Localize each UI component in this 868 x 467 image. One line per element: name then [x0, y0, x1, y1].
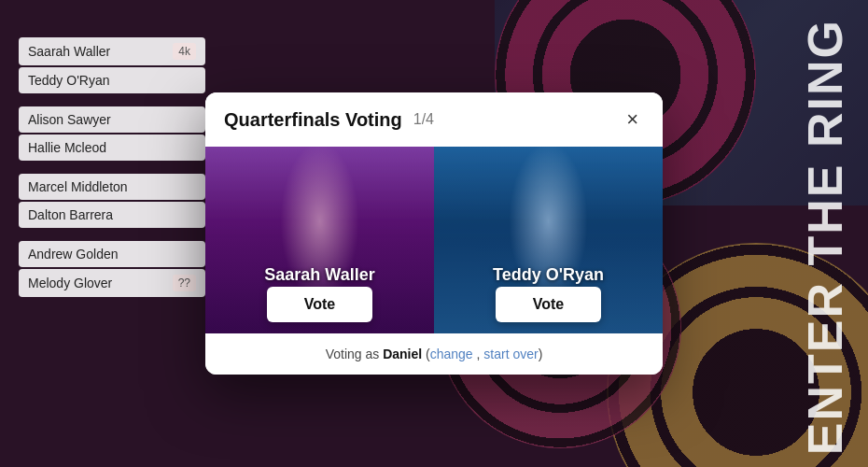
footer-paren-close: ) [539, 347, 543, 361]
candidate-1-name: Saarah Waller [205, 265, 434, 285]
candidate-1-vote-wrap: Vote [205, 287, 434, 322]
voter-name: Daniel [383, 347, 422, 361]
modal-title-group: Quarterfinals Voting 1/4 [224, 109, 434, 131]
modal-header: Quarterfinals Voting 1/4 × [205, 92, 663, 147]
modal-progress: 1/4 [413, 111, 434, 128]
candidate-1: Saarah Waller Vote [205, 147, 434, 333]
candidate-2-vote-button[interactable]: Vote [496, 287, 601, 322]
candidate-2-name: Teddy O'Ryan [434, 265, 663, 285]
voting-as-prefix: Voting as [326, 347, 384, 361]
modal-overlay: Quarterfinals Voting 1/4 × Saarah Waller… [0, 0, 868, 467]
modal-close-button[interactable]: × [621, 107, 644, 132]
candidate-1-vote-button[interactable]: Vote [267, 287, 372, 322]
voting-modal: Quarterfinals Voting 1/4 × Saarah Waller… [205, 92, 663, 375]
modal-title: Quarterfinals Voting [224, 109, 402, 131]
candidate-2-vote-wrap: Vote [434, 287, 663, 322]
footer-comma: , [473, 347, 484, 361]
modal-footer: Voting as Daniel (change , start over) [205, 333, 663, 375]
candidates-container: Saarah Waller Vote Teddy O'Ryan Vote [205, 147, 663, 333]
change-link[interactable]: change [430, 347, 473, 361]
start-over-link[interactable]: start over [483, 347, 538, 361]
candidate-2: Teddy O'Ryan Vote [434, 147, 663, 333]
